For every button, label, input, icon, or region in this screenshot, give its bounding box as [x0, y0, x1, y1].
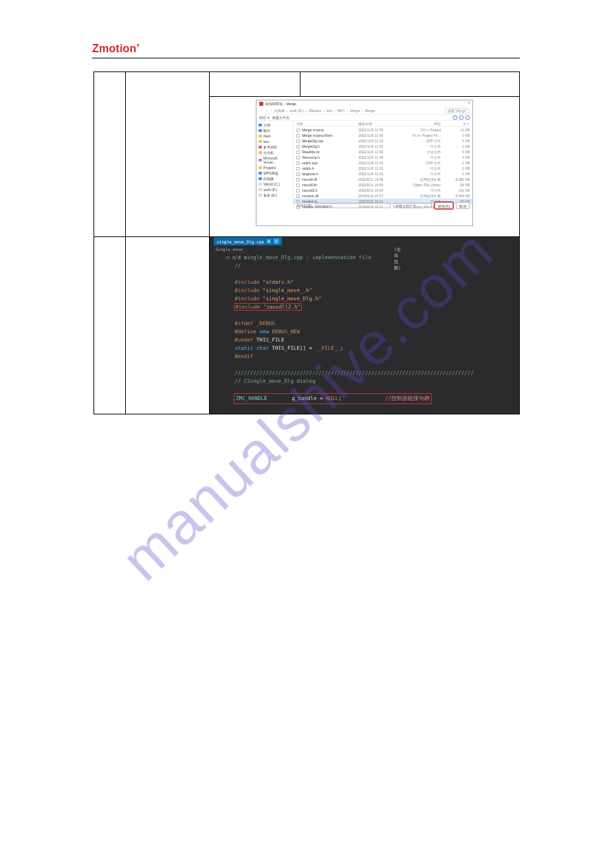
close-tab-icon[interactable]: ×: [274, 238, 279, 244]
tree-item[interactable]: 参考资料: [258, 144, 292, 150]
tree-item[interactable]: 备份 (E:): [258, 192, 292, 198]
folder-icon: [259, 140, 262, 143]
col-date[interactable]: 修改日期: [358, 122, 399, 126]
file-type: 文本文档: [399, 150, 441, 154]
file-row[interactable]: Resource.h2022/11/9 11:48H 文件1 KB: [294, 155, 472, 160]
nav-fwd-icon[interactable]: →: [265, 109, 268, 113]
view-icon[interactable]: [453, 115, 457, 120]
file-row[interactable]: zmotion.dll2019/4/16 10:27应用程序扩展6,544 KB: [294, 193, 472, 199]
file-date: 2022/11/9 11:03: [358, 166, 399, 170]
file-row[interactable]: Merge.vcxproj.filters2022/11/9 11:09VC++…: [294, 133, 472, 138]
file-row[interactable]: ReadMe.txt2022/11/9 11:09文本文档5 KB: [294, 149, 472, 155]
tree-item[interactable]: 文档: [258, 122, 292, 128]
file-type: VC++ Project Fil…: [399, 133, 441, 137]
folder-icon: [259, 159, 262, 162]
tree-item[interactable]: test: [258, 139, 292, 144]
breadcrumb[interactable]: work (D:): [289, 109, 303, 113]
tree-item[interactable]: Projects: [258, 165, 292, 170]
tree-item[interactable]: work (D:): [258, 187, 292, 192]
filename-label: 文件名(N):: [296, 203, 312, 208]
file-row[interactable]: zauxdll.dll2022/8/11 13:36应用程序扩展6,080 KB: [294, 177, 472, 182]
file-row[interactable]: stdafx.cpp2022/11/9 11:03CPP 文件1 KB: [294, 160, 472, 166]
tree-item[interactable]: Microsoft Visual…: [258, 155, 292, 165]
chevron-right-icon: ›: [334, 109, 336, 113]
code-token: ;: [338, 395, 342, 401]
col-name[interactable]: 名称: [296, 122, 358, 126]
file-name: targetver.h: [302, 172, 358, 176]
file-row[interactable]: MergeDlg.cpp2022/11/9 11:03CPP 文件4 KB: [294, 138, 472, 144]
filename-field[interactable]: zmotion.h: [315, 203, 391, 208]
code-token: "single_move_Dlg.h": [263, 296, 322, 302]
organize-button[interactable]: 组织 ▾: [259, 115, 269, 120]
code-token: #include: [235, 304, 263, 310]
file-size: 6,544 KB: [441, 194, 470, 198]
editor-tab[interactable]: single_move_Dlg.cpp ⊕ ×: [214, 237, 282, 245]
file-row[interactable]: MergeDlg.h2022/11/9 11:03H 文件1 KB: [294, 144, 472, 149]
code-token: "stdafx.h": [263, 279, 294, 285]
brand-logo-apostrophe: ’: [137, 43, 140, 54]
path-bar[interactable]: ← → ↑ 此电脑 › work (D:) › ZMotion › test ›…: [256, 107, 472, 114]
file-icon: [296, 140, 300, 143]
file-date: 2022/11/9 11:48: [358, 155, 399, 159]
file-type: H 文件: [399, 188, 441, 192]
tree-item-label: Win10 (C:): [263, 182, 280, 186]
file-size: 141 KB: [441, 188, 470, 192]
file-type: CPP 文件: [399, 139, 441, 143]
tree-item[interactable]: Win10 (C:): [258, 181, 292, 187]
breadcrumb[interactable]: Merge: [350, 109, 360, 113]
file-icon: [296, 183, 300, 187]
file-row[interactable]: zauxdll.lib2022/8/11 14:50Object File Li…: [294, 182, 472, 188]
file-row[interactable]: stdafx.h2022/11/9 11:03H 文件2 KB: [294, 166, 472, 171]
code-token: #ifdef: [234, 320, 256, 326]
filter-select[interactable]: 所有文件(*.*): [393, 203, 432, 208]
file-name: stdafx.cpp: [302, 161, 358, 165]
search-input[interactable]: 搜索"Merge": [445, 108, 470, 113]
page-header: Zmotion’: [92, 43, 520, 58]
code-token: //控制器链接句柄: [385, 395, 430, 401]
tree-item[interactable]: WPS网盘: [258, 170, 292, 176]
editor-crumb[interactable]: Single_move_ (全局范围): [215, 247, 245, 252]
file-row[interactable]: zauxdll2.h2022/8/11 14:43H 文件141 KB: [294, 188, 472, 193]
breadcrumb[interactable]: 此电脑: [274, 109, 285, 113]
file-row[interactable]: targetver.h2022/11/9 11:03H 文件1 KB: [294, 171, 472, 177]
tree-item[interactable]: 台式机: [258, 150, 292, 155]
add-button[interactable]: 添加(A): [435, 202, 453, 209]
close-icon[interactable]: ×: [468, 100, 471, 104]
file-size: 1 KB: [441, 161, 470, 165]
breadcrumb[interactable]: Merge: [365, 109, 375, 113]
nav-back-icon[interactable]: ←: [259, 109, 263, 113]
help-icon[interactable]: [465, 115, 470, 120]
code-line: // single_move_Dlg.cpp : implementation …: [234, 254, 371, 260]
tree-item[interactable]: 此电脑: [258, 176, 292, 181]
breadcrumb[interactable]: MFC: [338, 109, 345, 113]
file-list[interactable]: 名称 修改日期 类型 大小 Merge.vcxproj2022/11/9 11:…: [294, 121, 472, 210]
breadcrumb[interactable]: ZMotion: [309, 109, 321, 113]
pin-icon[interactable]: ⊕: [267, 239, 271, 243]
tree-item[interactable]: flash: [258, 133, 292, 139]
file-name: Resource.h: [302, 155, 358, 159]
details-icon[interactable]: [459, 115, 463, 120]
code-token: #include: [234, 296, 263, 302]
code-token: DEBUG_NEW: [269, 329, 300, 335]
code-area[interactable]: // single_move_Dlg.cpp : implementation …: [234, 254, 519, 403]
tree-item[interactable]: 图片: [258, 128, 292, 133]
tree-item-label: 图片: [263, 129, 270, 133]
cancel-button[interactable]: 取消: [456, 202, 470, 209]
file-size: 1 KB: [441, 172, 470, 176]
file-icon: [296, 134, 300, 137]
folder-icon: [259, 172, 262, 175]
nav-up-icon[interactable]: ↑: [270, 109, 272, 113]
breadcrumb[interactable]: test: [327, 109, 332, 113]
file-type: H 文件: [399, 144, 441, 148]
new-folder-button[interactable]: 新建文件夹: [272, 115, 289, 120]
file-icon: [296, 178, 300, 181]
col-type[interactable]: 类型: [399, 122, 441, 126]
col-size[interactable]: 大小: [441, 122, 470, 126]
column-headers[interactable]: 名称 修改日期 类型 大小: [294, 121, 472, 127]
file-row[interactable]: Merge.vcxproj2022/11/9 11:09VC++ Project…: [294, 127, 472, 133]
folder-tree[interactable]: 文档图片flashtest参考资料台式机Microsoft Visual…Pro…: [256, 121, 294, 210]
file-name: Merge.vcxproj: [302, 128, 358, 132]
chevron-right-icon: ›: [362, 109, 363, 113]
chevron-right-icon: ›: [306, 109, 307, 113]
table-row: single_move_Dlg.cpp ⊕ × Single_move_ (全局…: [94, 237, 520, 414]
